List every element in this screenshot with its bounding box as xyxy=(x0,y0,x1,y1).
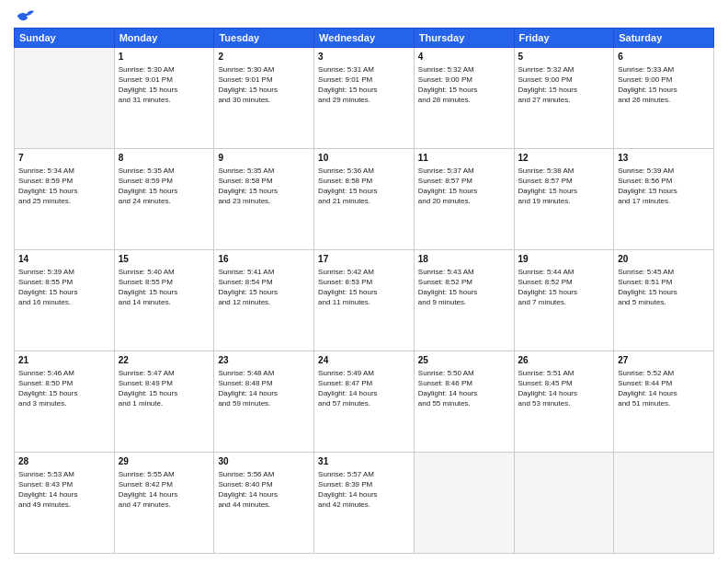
day-info: Sunrise: 5:41 AM Sunset: 8:54 PM Dayligh… xyxy=(218,267,310,308)
header-day-sunday: Sunday xyxy=(15,29,115,48)
day-info: Sunrise: 5:33 AM Sunset: 9:00 PM Dayligh… xyxy=(618,64,710,106)
calendar-cell xyxy=(614,453,714,554)
day-number: 22 xyxy=(119,354,210,367)
day-number: 21 xyxy=(18,354,110,367)
day-number: 10 xyxy=(318,152,410,165)
calendar-cell: 31Sunrise: 5:57 AM Sunset: 8:39 PM Dayli… xyxy=(314,453,415,554)
day-info: Sunrise: 5:45 AM Sunset: 8:51 PM Dayligh… xyxy=(618,267,710,308)
day-number: 2 xyxy=(218,51,310,63)
calendar-cell: 19Sunrise: 5:44 AM Sunset: 8:52 PM Dayli… xyxy=(514,250,614,351)
calendar-cell: 12Sunrise: 5:38 AM Sunset: 8:57 PM Dayli… xyxy=(514,149,614,250)
day-number: 23 xyxy=(218,354,310,367)
calendar-cell: 29Sunrise: 5:55 AM Sunset: 8:42 PM Dayli… xyxy=(114,453,214,554)
day-info: Sunrise: 5:35 AM Sunset: 8:58 PM Dayligh… xyxy=(218,166,310,207)
day-number: 28 xyxy=(18,455,110,468)
calendar-cell: 28Sunrise: 5:53 AM Sunset: 8:43 PM Dayli… xyxy=(15,453,115,554)
header-day-thursday: Thursday xyxy=(414,29,514,48)
header-day-monday: Monday xyxy=(114,29,214,48)
day-number: 24 xyxy=(318,354,410,367)
header-day-tuesday: Tuesday xyxy=(214,29,314,48)
calendar-cell: 24Sunrise: 5:49 AM Sunset: 8:47 PM Dayli… xyxy=(314,351,415,453)
calendar-cell: 3Sunrise: 5:31 AM Sunset: 9:01 PM Daylig… xyxy=(314,48,415,149)
calendar-cell: 17Sunrise: 5:42 AM Sunset: 8:53 PM Dayli… xyxy=(314,250,415,351)
day-number: 15 xyxy=(119,253,210,266)
day-info: Sunrise: 5:49 AM Sunset: 8:47 PM Dayligh… xyxy=(318,368,410,409)
calendar-week-row: 1Sunrise: 5:30 AM Sunset: 9:01 PM Daylig… xyxy=(15,48,714,149)
calendar-cell: 27Sunrise: 5:52 AM Sunset: 8:44 PM Dayli… xyxy=(614,351,714,453)
day-info: Sunrise: 5:34 AM Sunset: 8:59 PM Dayligh… xyxy=(18,166,110,207)
calendar-cell xyxy=(414,453,514,554)
calendar-cell: 2Sunrise: 5:30 AM Sunset: 9:01 PM Daylig… xyxy=(214,48,314,149)
day-info: Sunrise: 5:52 AM Sunset: 8:44 PM Dayligh… xyxy=(618,368,710,409)
header-day-friday: Friday xyxy=(514,29,614,48)
calendar-cell: 23Sunrise: 5:48 AM Sunset: 8:48 PM Dayli… xyxy=(214,351,314,453)
day-number: 12 xyxy=(518,152,610,165)
day-info: Sunrise: 5:30 AM Sunset: 9:01 PM Dayligh… xyxy=(218,64,310,106)
day-number: 31 xyxy=(318,455,410,468)
calendar-table: SundayMondayTuesdayWednesdayThursdayFrid… xyxy=(14,28,714,554)
day-number: 25 xyxy=(418,354,510,367)
calendar-header-row: SundayMondayTuesdayWednesdayThursdayFrid… xyxy=(15,29,714,48)
day-info: Sunrise: 5:32 AM Sunset: 9:00 PM Dayligh… xyxy=(418,64,510,106)
day-number: 14 xyxy=(18,253,110,266)
calendar-cell xyxy=(15,48,115,149)
day-number: 18 xyxy=(418,253,510,266)
day-info: Sunrise: 5:42 AM Sunset: 8:53 PM Dayligh… xyxy=(318,267,410,308)
day-info: Sunrise: 5:31 AM Sunset: 9:01 PM Dayligh… xyxy=(318,64,410,106)
calendar-cell: 6Sunrise: 5:33 AM Sunset: 9:00 PM Daylig… xyxy=(614,48,714,149)
calendar-cell: 4Sunrise: 5:32 AM Sunset: 9:00 PM Daylig… xyxy=(414,48,514,149)
day-number: 13 xyxy=(618,152,710,165)
day-info: Sunrise: 5:40 AM Sunset: 8:55 PM Dayligh… xyxy=(119,267,210,308)
day-number: 11 xyxy=(418,152,510,165)
day-info: Sunrise: 5:37 AM Sunset: 8:57 PM Dayligh… xyxy=(418,166,510,207)
calendar-cell: 14Sunrise: 5:39 AM Sunset: 8:55 PM Dayli… xyxy=(15,250,115,351)
calendar-cell: 11Sunrise: 5:37 AM Sunset: 8:57 PM Dayli… xyxy=(414,149,514,250)
calendar-cell: 13Sunrise: 5:39 AM Sunset: 8:56 PM Dayli… xyxy=(614,149,714,250)
calendar-cell xyxy=(514,453,614,554)
day-info: Sunrise: 5:36 AM Sunset: 8:58 PM Dayligh… xyxy=(318,166,410,207)
day-info: Sunrise: 5:39 AM Sunset: 8:55 PM Dayligh… xyxy=(18,267,110,308)
calendar-week-row: 7Sunrise: 5:34 AM Sunset: 8:59 PM Daylig… xyxy=(15,149,714,250)
day-number: 4 xyxy=(418,51,510,63)
day-number: 29 xyxy=(119,455,210,468)
day-number: 6 xyxy=(618,51,710,63)
day-number: 3 xyxy=(318,51,410,63)
day-info: Sunrise: 5:35 AM Sunset: 8:59 PM Dayligh… xyxy=(119,166,210,207)
day-info: Sunrise: 5:38 AM Sunset: 8:57 PM Dayligh… xyxy=(518,166,610,207)
calendar-cell: 1Sunrise: 5:30 AM Sunset: 9:01 PM Daylig… xyxy=(114,48,214,149)
day-info: Sunrise: 5:47 AM Sunset: 8:49 PM Dayligh… xyxy=(119,368,210,409)
day-number: 20 xyxy=(618,253,710,266)
day-number: 7 xyxy=(18,152,110,165)
header-day-wednesday: Wednesday xyxy=(314,29,415,48)
day-number: 8 xyxy=(119,152,210,165)
calendar-cell: 9Sunrise: 5:35 AM Sunset: 8:58 PM Daylig… xyxy=(214,149,314,250)
day-number: 17 xyxy=(318,253,410,266)
calendar-cell: 26Sunrise: 5:51 AM Sunset: 8:45 PM Dayli… xyxy=(514,351,614,453)
calendar-cell: 15Sunrise: 5:40 AM Sunset: 8:55 PM Dayli… xyxy=(114,250,214,351)
day-info: Sunrise: 5:43 AM Sunset: 8:52 PM Dayligh… xyxy=(418,267,510,308)
logo-bird-icon xyxy=(16,9,34,22)
calendar-cell: 5Sunrise: 5:32 AM Sunset: 9:00 PM Daylig… xyxy=(514,48,614,149)
day-info: Sunrise: 5:46 AM Sunset: 8:50 PM Dayligh… xyxy=(18,368,110,409)
calendar-cell: 18Sunrise: 5:43 AM Sunset: 8:52 PM Dayli… xyxy=(414,250,514,351)
calendar-week-row: 21Sunrise: 5:46 AM Sunset: 8:50 PM Dayli… xyxy=(15,351,714,453)
calendar-cell: 8Sunrise: 5:35 AM Sunset: 8:59 PM Daylig… xyxy=(114,149,214,250)
calendar-cell: 7Sunrise: 5:34 AM Sunset: 8:59 PM Daylig… xyxy=(15,149,115,250)
calendar-cell: 20Sunrise: 5:45 AM Sunset: 8:51 PM Dayli… xyxy=(614,250,714,351)
day-info: Sunrise: 5:32 AM Sunset: 9:00 PM Dayligh… xyxy=(518,64,610,106)
calendar-cell: 16Sunrise: 5:41 AM Sunset: 8:54 PM Dayli… xyxy=(214,250,314,351)
calendar-week-row: 28Sunrise: 5:53 AM Sunset: 8:43 PM Dayli… xyxy=(15,453,714,554)
day-number: 9 xyxy=(218,152,310,165)
day-info: Sunrise: 5:51 AM Sunset: 8:45 PM Dayligh… xyxy=(518,368,610,409)
day-info: Sunrise: 5:44 AM Sunset: 8:52 PM Dayligh… xyxy=(518,267,610,308)
calendar-cell: 25Sunrise: 5:50 AM Sunset: 8:46 PM Dayli… xyxy=(414,351,514,453)
calendar-cell: 30Sunrise: 5:56 AM Sunset: 8:40 PM Dayli… xyxy=(214,453,314,554)
page: SundayMondayTuesdayWednesdayThursdayFrid… xyxy=(0,0,728,563)
calendar-cell: 10Sunrise: 5:36 AM Sunset: 8:58 PM Dayli… xyxy=(314,149,415,250)
header xyxy=(14,9,714,22)
day-info: Sunrise: 5:56 AM Sunset: 8:40 PM Dayligh… xyxy=(218,469,310,511)
day-info: Sunrise: 5:57 AM Sunset: 8:39 PM Dayligh… xyxy=(318,469,410,511)
day-number: 16 xyxy=(218,253,310,266)
day-info: Sunrise: 5:53 AM Sunset: 8:43 PM Dayligh… xyxy=(18,469,110,511)
day-number: 30 xyxy=(218,455,310,468)
